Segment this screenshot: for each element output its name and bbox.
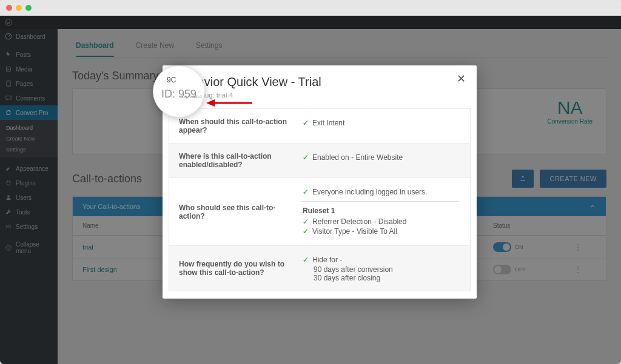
modal-slug: ID: 959 Slug: trial-4 [176, 91, 463, 99]
modal-title: Behavior Quick View - Trial [176, 75, 463, 89]
check-icon: ✓ [303, 227, 309, 236]
modal-row-where: Where is this call-to-action enabled/dis… [169, 143, 470, 177]
modal-close-button[interactable]: ✕ [453, 71, 469, 86]
modal-answer: ✓Hide for - 90 days after conversion 30 … [297, 246, 470, 291]
modal-header: Behavior Quick View - Trial ID: 959 Slug… [163, 65, 477, 104]
check-icon: ✓ [303, 256, 309, 264]
check-icon: ✓ [303, 119, 309, 127]
ruleset-heading: Ruleset 1 [303, 207, 464, 215]
modal-question: Who should see this call-to-action? [169, 195, 297, 229]
titlebar [0, 0, 621, 16]
window-close-dot[interactable] [6, 5, 12, 11]
check-icon: ✓ [303, 217, 309, 226]
modal-question: How frequently do you wish to show this … [169, 251, 297, 285]
check-icon: ✓ [303, 153, 309, 162]
magnifier-callout: 9C ID: 959 lug: trial-4 [153, 65, 205, 117]
modal-question: Where is this call-to-action enabled/dis… [169, 144, 297, 177]
app-window: Dashboard Posts Media Pages Comments Con… [0, 0, 621, 364]
window-min-dot[interactable] [16, 5, 22, 11]
modal-answer: ✓Everyone including logged in users. Rul… [297, 178, 470, 245]
modal-row-frequency: How frequently do you wish to show this … [169, 245, 470, 291]
modal-row-appear: When should this call-to-action appear? … [169, 109, 470, 143]
frequency-detail: 90 days after conversion [303, 265, 464, 274]
magnifier-slug: lug: trial-4 [181, 94, 202, 99]
modal-body: When should this call-to-action appear? … [169, 108, 471, 291]
check-icon: ✓ [303, 188, 309, 196]
modal-row-who: Who should see this call-to-action? ✓Eve… [169, 177, 470, 245]
frequency-detail: 30 days after closing [303, 274, 464, 282]
divider [301, 201, 459, 202]
behavior-quick-view-modal: Behavior Quick View - Trial ID: 959 Slug… [163, 65, 477, 299]
window-max-dot[interactable] [25, 5, 32, 11]
modal-answer: ✓Exit Intent [297, 109, 470, 143]
modal-answer: ✓Enabled on - Entire Website [297, 144, 470, 177]
magnifier-partial: 9C [167, 76, 176, 84]
